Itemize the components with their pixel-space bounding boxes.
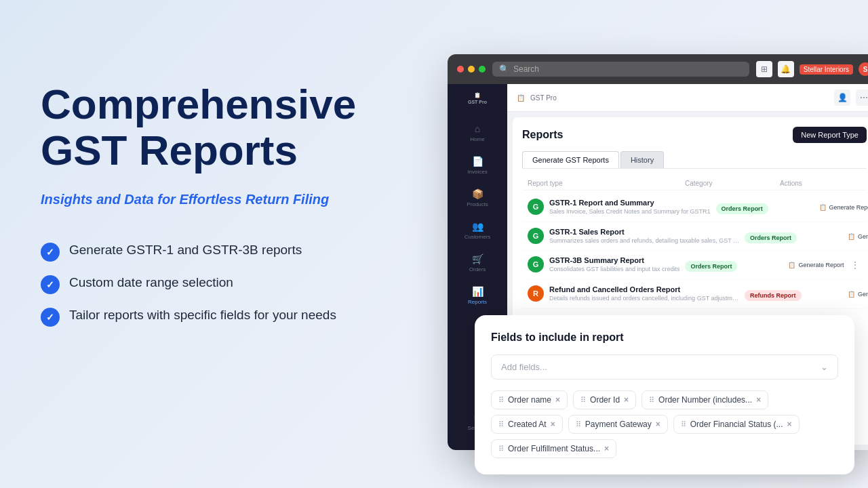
browser-search-bar[interactable]: 🔍 Search [492, 62, 749, 77]
generate-btn-1[interactable]: 📋 Generate Report [816, 203, 868, 212]
products-icon: 📦 [472, 188, 484, 199]
remove-created-at[interactable]: × [551, 420, 555, 429]
remove-order-name[interactable]: × [555, 395, 560, 405]
field-tag-order-id: ⠿ Order Id × [573, 390, 636, 409]
sidebar-item-reports[interactable]: 📊 Reports [448, 281, 507, 310]
field-tag-order-name: ⠿ Order name × [491, 390, 568, 409]
field-tag-order-fulfillment: ⠿ Order Fulfillment Status... × [491, 439, 616, 458]
more-icon[interactable]: ⋯ [856, 89, 868, 106]
report-name-4: Refund and Cancelled Orders Report [549, 285, 739, 293]
sidebar-item-home[interactable]: ⌂ Home [448, 118, 507, 148]
feature-text-2: Custom date range selection [69, 274, 233, 292]
badge-2: Orders Report [745, 232, 797, 243]
dot-yellow[interactable] [468, 66, 475, 73]
check-icon-1 [41, 243, 60, 262]
fields-input-placeholder: Add fields... [501, 362, 547, 372]
chevron-down-icon: ⌄ [821, 362, 828, 372]
field-tag-order-financial-status: ⠿ Order Financial Status (... × [673, 415, 800, 434]
tag-label-order-id: Order Id [590, 395, 620, 405]
report-icon-refund: R [528, 285, 544, 302]
sidebar-item-invoices[interactable]: 📄 Invoices [448, 150, 507, 180]
remove-order-id[interactable]: × [624, 395, 629, 405]
sidebar-label-customers: Customers [465, 234, 491, 240]
feature-text-3: Tailor reports with specific fields for … [69, 306, 336, 325]
subtitle: Insights and Data for Effortless Return … [41, 190, 393, 209]
search-icon: 🔍 [499, 64, 509, 74]
field-tag-created-at: ⠿ Created At × [491, 415, 563, 434]
customers-icon: 👥 [472, 221, 484, 232]
tag-label-payment-gateway: Payment Gateway [585, 420, 652, 429]
browser-icon-1[interactable]: ⊞ [756, 61, 772, 77]
col-actions: Actions [780, 180, 861, 187]
user-icon[interactable]: 👤 [834, 89, 850, 106]
more-menu-3[interactable]: ⋮ [850, 260, 860, 270]
remove-order-financial[interactable]: × [787, 420, 792, 429]
generate-icon-3: 📋 [788, 262, 795, 268]
field-tag-payment-gateway: ⠿ Payment Gateway × [568, 415, 668, 434]
tag-label-order-financial: Order Financial Status (... [690, 420, 783, 429]
browser-right-icons: ⊞ 🔔 Stellar Interiors S [756, 61, 868, 77]
drag-handle-order-id[interactable]: ⠿ [580, 396, 586, 405]
invoices-icon: 📄 [472, 156, 484, 167]
reports-tabs: Generate GST Reports History [522, 151, 867, 169]
table-row: R Refund and Cancelled Orders Report Det… [522, 280, 867, 309]
remove-order-fulfillment[interactable]: × [604, 444, 609, 453]
sidebar-item-orders[interactable]: 🛒 Orders [448, 248, 507, 278]
drag-handle-created-at[interactable]: ⠿ [498, 420, 504, 429]
actions-2: 📋 Generate Report ⋮ [845, 231, 868, 242]
sidebar-label-home: Home [470, 136, 484, 142]
orders-icon: 🛒 [472, 253, 484, 264]
check-icon-2 [41, 275, 60, 294]
badge-3: Orders Report [685, 261, 737, 272]
drag-handle-order-financial[interactable]: ⠿ [681, 420, 686, 429]
fields-add-input[interactable]: Add fields... ⌄ [491, 354, 838, 380]
generate-icon-1: 📋 [819, 204, 827, 211]
tab-generate[interactable]: Generate GST Reports [522, 151, 619, 168]
report-desc-1: Sales Invoice, Sales Credit Notes and Su… [549, 208, 711, 216]
tag-label-order-fulfillment: Order Fulfillment Status... [508, 444, 600, 453]
sidebar-label-invoices: Invoices [467, 169, 487, 175]
check-icon-3 [41, 308, 60, 327]
store-avatar: S [859, 62, 868, 76]
sidebar-label-orders: Orders [469, 266, 486, 272]
features-list: Generate GSTR-1 and GSTR-3B reports Cust… [41, 241, 393, 327]
col-category: Category [685, 180, 780, 187]
report-icon-gstr3b: G [528, 256, 544, 272]
dot-green[interactable] [479, 66, 486, 73]
table-row: G GSTR-1 Report and Summary Sales Invoic… [522, 193, 867, 222]
fields-modal: Fields to include in report Add fields..… [475, 315, 854, 474]
drag-handle-order-name[interactable]: ⠿ [498, 396, 504, 405]
search-text: Search [513, 64, 539, 74]
actions-4: 📋 Generate Report ⋮ [845, 289, 868, 300]
drag-handle-payment-gateway[interactable]: ⠿ [576, 420, 581, 429]
table-row: G GSTR-1 Sales Report Summarizes sales o… [522, 222, 867, 251]
remove-payment-gateway[interactable]: × [656, 420, 660, 429]
drag-handle-order-number[interactable]: ⠿ [649, 396, 654, 405]
report-desc-4: Details refunds issued and orders cancel… [549, 295, 739, 303]
generate-btn-2[interactable]: 📋 Generate Report [845, 232, 868, 241]
tag-label-order-name: Order name [508, 395, 551, 405]
table-row: G GSTR-3B Summary Report Consolidates GS… [522, 251, 867, 280]
feature-item-3: Tailor reports with specific fields for … [41, 306, 393, 327]
browser-icon-2[interactable]: 🔔 [778, 61, 794, 77]
generate-btn-4[interactable]: 📋 Generate Report [845, 289, 868, 299]
remove-order-number[interactable]: × [756, 395, 761, 405]
table-header: Report type Category Actions [522, 177, 867, 190]
new-report-type-button[interactable]: New Report Type [793, 127, 867, 143]
generate-icon-2: 📋 [848, 233, 855, 240]
report-icon-gstr1: G [528, 199, 544, 215]
dot-red[interactable] [457, 66, 464, 73]
generate-btn-3[interactable]: 📋 Generate Report [785, 260, 846, 270]
tag-label-order-number: Order Number (includes... [658, 395, 752, 405]
reports-header: Reports New Report Type [522, 127, 867, 143]
field-tag-order-number: ⠿ Order Number (includes... × [642, 390, 768, 409]
sidebar-label-products: Products [467, 201, 488, 207]
report-info-4: R Refund and Cancelled Orders Report Det… [528, 285, 739, 303]
drag-handle-order-fulfillment[interactable]: ⠿ [498, 445, 504, 453]
sidebar-item-customers[interactable]: 👥 Customers [448, 216, 507, 245]
sidebar-item-products[interactable]: 📦 Products [448, 183, 507, 213]
actions-1: 📋 Generate Report ⋮ [816, 202, 868, 213]
app-breadcrumb-icon: 📋 [517, 94, 525, 102]
tab-history[interactable]: History [620, 151, 664, 168]
left-panel: Comprehensive GST Reports Insights and D… [41, 81, 393, 327]
